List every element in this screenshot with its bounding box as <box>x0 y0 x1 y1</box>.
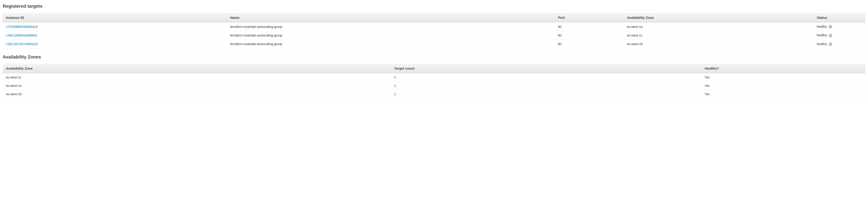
table-row: i-0700d889595b96d1d terraform-example-au… <box>3 22 865 31</box>
cell-status: healthy i <box>813 31 865 40</box>
availability-zones-heading: Availability Zones <box>3 54 865 60</box>
cell-az: eu-west-1a <box>624 22 814 31</box>
cell-status: healthy i <box>813 22 865 31</box>
cell-az: eu-west-1b <box>3 90 391 98</box>
table-row: eu-west-1a 1 Yes <box>3 81 865 90</box>
cell-az: eu-west-1c <box>3 73 391 81</box>
cell-name: terraform-example-autoscaling-group <box>227 31 555 40</box>
table-header-row: Availability Zone Target count Healthy? <box>3 64 865 73</box>
cell-count: 1 <box>391 73 702 81</box>
col-status[interactable]: Status <box>813 13 865 22</box>
cell-name: terraform-example-autoscaling-group <box>227 40 555 48</box>
table-header-row: Instance ID Name Port Availability Zone … <box>3 13 865 22</box>
status-text: healthy <box>817 42 827 46</box>
col-target-count[interactable]: Target count <box>391 64 702 73</box>
col-healthy[interactable]: Healthy? <box>702 64 865 73</box>
table-row: i-06e12689e5a638b91 terraform-example-au… <box>3 31 865 40</box>
table-row: eu-west-1c 1 Yes <box>3 73 865 81</box>
col-instance-id[interactable]: Instance ID <box>3 13 227 22</box>
cell-az: eu-west-1a <box>3 81 391 90</box>
info-icon[interactable]: i <box>829 43 832 46</box>
cell-status: healthy i <box>813 40 865 48</box>
instance-id-link[interactable]: i-0621d212b74b50a18 <box>6 42 37 46</box>
availability-zones-table: Availability Zone Target count Healthy? … <box>3 64 865 98</box>
info-icon[interactable]: i <box>829 34 832 37</box>
instance-id-link[interactable]: i-0700d889595b96d1d <box>6 25 37 29</box>
status-text: healthy <box>817 25 827 28</box>
cell-name: terraform-example-autoscaling-group <box>227 22 555 31</box>
cell-count: 1 <box>391 81 702 90</box>
col-port[interactable]: Port <box>555 13 624 22</box>
registered-targets-table: Instance ID Name Port Availability Zone … <box>3 13 865 49</box>
col-availability-zone[interactable]: Availability Zone <box>3 64 391 73</box>
col-availability-zone[interactable]: Availability Zone <box>624 13 814 22</box>
registered-targets-heading: Registered targets <box>3 4 865 9</box>
cell-count: 1 <box>391 90 702 98</box>
col-name[interactable]: Name <box>227 13 555 22</box>
cell-healthy: Yes <box>702 90 865 98</box>
table-row: eu-west-1b 1 Yes <box>3 90 865 98</box>
cell-az: eu-west-1c <box>624 31 814 40</box>
info-icon[interactable]: i <box>829 25 832 29</box>
cell-healthy: Yes <box>702 73 865 81</box>
cell-az: eu-west-1b <box>624 40 814 48</box>
cell-healthy: Yes <box>702 81 865 90</box>
instance-id-link[interactable]: i-06e12689e5a638b91 <box>6 33 37 37</box>
cell-port: 80 <box>555 22 624 31</box>
status-text: healthy <box>817 33 827 37</box>
cell-port: 80 <box>555 31 624 40</box>
table-row: i-0621d212b74b50a18 terraform-example-au… <box>3 40 865 48</box>
cell-port: 80 <box>555 40 624 48</box>
